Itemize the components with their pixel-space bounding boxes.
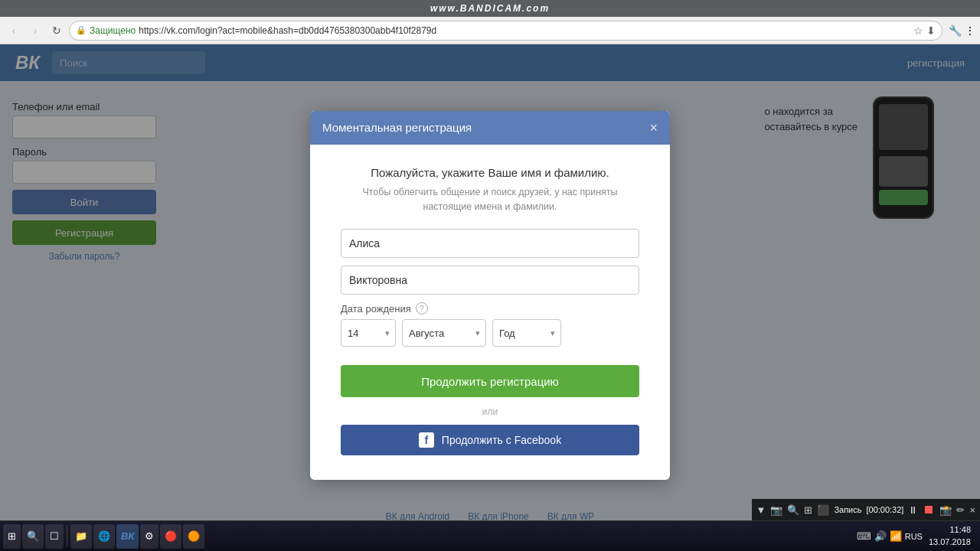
recording-icon-3[interactable]: ⊞ [804, 504, 812, 516]
modal-body: Пожалуйста, укажите Ваше имя и фамилию. … [310, 145, 670, 481]
secure-label: Защищено [90, 25, 136, 36]
registration-modal: Моментальная регистрация × Пожалуйста, у… [310, 111, 670, 481]
dob-label-row: Дата рождения ? [341, 302, 639, 315]
or-divider: или [341, 406, 639, 417]
bandicam-text: www.BANDICAM.com [430, 3, 550, 14]
recording-time: [00:00:32] [866, 505, 903, 514]
year-select-wrapper: Год 2000199919981997 1996199519901985 19… [492, 319, 561, 347]
taskbar-time-text: 11:48 [929, 524, 971, 536]
system-tray: ⌨ 🔊 📶 RUS [857, 530, 923, 542]
modal-title: Моментальная регистрация [322, 121, 472, 134]
first-name-input[interactable] [341, 229, 639, 258]
extension-icon-2[interactable]: ⋮ [965, 24, 975, 37]
app-icon-2: 🔴 [165, 530, 177, 542]
month-select[interactable]: ЯнваряФевраляМарта АпреляМаяИюня ИюляАвг… [402, 319, 486, 347]
tray-icon-2[interactable]: 🔊 [874, 530, 887, 542]
task-view-icon: ☐ [50, 530, 59, 542]
last-name-input[interactable] [341, 266, 639, 295]
dob-label: Дата рождения [341, 303, 411, 315]
day-select-wrapper: 14 1234 5678 9101112 13151617 18192021 2… [341, 319, 396, 347]
recording-close-icon[interactable]: × [969, 504, 975, 516]
language-indicator[interactable]: RUS [905, 532, 923, 541]
modal-close-button[interactable]: × [649, 121, 658, 135]
recording-pause-icon[interactable]: ⏸ [908, 504, 918, 516]
chrome-taskbar-button[interactable]: 🌐 [93, 524, 115, 549]
bandicam-watermark: www.BANDICAM.com [0, 0, 980, 17]
modal-overlay[interactable]: Моментальная регистрация × Пожалуйста, у… [0, 44, 980, 546]
taskbar-separator-1 [67, 526, 67, 547]
tray-icon-3[interactable]: 📶 [890, 530, 902, 542]
modal-header: Моментальная регистрация × [310, 111, 670, 145]
modal-heading: Пожалуйста, укажите Ваше имя и фамилию. [341, 166, 639, 179]
extension-icon-1[interactable]: 🔧 [949, 24, 962, 37]
recording-settings-icon[interactable]: ▼ [756, 504, 766, 516]
chrome-icon: 🌐 [98, 530, 110, 542]
recording-label: Запись [834, 505, 861, 514]
taskbar-right-area: ⌨ 🔊 📶 RUS 11:48 13.07.2018 [857, 524, 977, 548]
app-icon-1: ⚙ [145, 530, 154, 542]
search-taskbar-icon: 🔍 [27, 530, 39, 542]
app-taskbar-2[interactable]: 🔴 [160, 524, 181, 549]
day-select[interactable]: 14 1234 5678 9101112 13151617 18192021 2… [341, 319, 396, 347]
recording-bar: ▼ 📷 🔍 ⊞ ⬛ Запись [00:00:32] ⏸ ⏹ 📸 ✏ × [752, 499, 981, 520]
vk-page: ВК регистрация Телефон или email Пароль … [0, 44, 980, 546]
download-icon[interactable]: ⬇ [926, 24, 936, 37]
vk-taskbar-icon: ВК [121, 530, 134, 542]
taskbar: ⊞ 🔍 ☐ 📁 🌐 ВК ⚙ 🔴 🟠 ⌨ 🔊 📶 RUS 11:48 13.07… [0, 520, 980, 551]
dob-selects: 14 1234 5678 9101112 13151617 18192021 2… [341, 319, 639, 347]
forward-button[interactable]: › [26, 21, 44, 40]
facebook-button[interactable]: f Продолжить с Facebook [341, 425, 639, 455]
recording-stop-icon[interactable]: ⏹ [923, 503, 935, 517]
tray-icon-1[interactable]: ⌨ [857, 530, 871, 542]
secure-icon: 🔒 [76, 25, 87, 35]
facebook-button-label: Продолжить с Facebook [442, 434, 561, 446]
taskbar-date-text: 13.07.2018 [929, 536, 971, 548]
app-icon-3: 🟠 [188, 530, 200, 542]
vk-taskbar-button[interactable]: ВК [116, 524, 139, 549]
facebook-icon: f [419, 432, 434, 448]
recording-camera-icon[interactable]: 📸 [939, 504, 952, 516]
year-select[interactable]: Год 2000199919981997 1996199519901985 19… [492, 319, 561, 347]
taskbar-clock[interactable]: 11:48 13.07.2018 [929, 524, 971, 548]
browser-toolbar: ‹ › ↻ 🔒 Защищено https://vk.com/login?ac… [0, 17, 980, 44]
url-text[interactable]: https://vk.com/login?act=mobile&hash=db0… [139, 25, 910, 36]
task-view-button[interactable]: ☐ [45, 524, 64, 549]
dob-help-icon[interactable]: ? [416, 302, 428, 315]
windows-icon: ⊞ [8, 530, 16, 542]
folder-icon: 📁 [75, 530, 87, 542]
back-button[interactable]: ‹ [5, 21, 23, 40]
app-taskbar-3[interactable]: 🟠 [183, 524, 204, 549]
address-bar: 🔒 Защищено https://vk.com/login?act=mobi… [69, 21, 942, 41]
modal-subtext: Чтобы облегчить общение и поиск друзей, … [341, 185, 639, 214]
recording-icon-4[interactable]: ⬛ [817, 504, 829, 516]
recording-icon-1[interactable]: 📷 [770, 504, 782, 516]
recording-icon-2[interactable]: 🔍 [787, 504, 799, 516]
file-explorer-taskbar-button[interactable]: 📁 [70, 524, 92, 549]
month-select-wrapper: ЯнваряФевраляМарта АпреляМаяИюня ИюляАвг… [402, 319, 486, 347]
dob-section: Дата рождения ? 14 1234 5678 9101112 1 [341, 302, 639, 347]
recording-edit-icon[interactable]: ✏ [956, 504, 965, 516]
continue-button[interactable]: Продолжить регистрацию [341, 365, 639, 397]
browser-window: ‹ › ↻ 🔒 Защищено https://vk.com/login?ac… [0, 17, 980, 551]
search-taskbar-button[interactable]: 🔍 [22, 524, 44, 549]
reload-button[interactable]: ↻ [47, 21, 66, 40]
app-taskbar-1[interactable]: ⚙ [140, 524, 158, 549]
start-button[interactable]: ⊞ [3, 524, 21, 549]
bookmark-icon[interactable]: ☆ [913, 24, 923, 37]
